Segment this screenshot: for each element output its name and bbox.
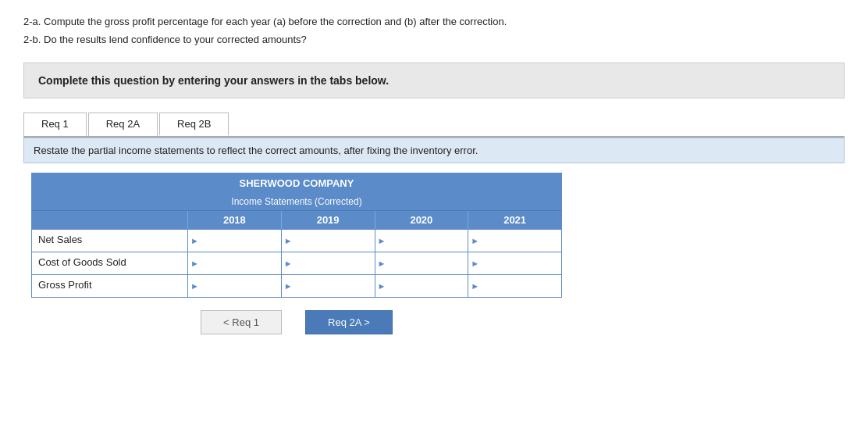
cell-cogs-2021[interactable]: ► xyxy=(468,252,561,274)
arrow-icon: ► xyxy=(284,259,293,268)
cell-gross-profit-2018[interactable]: ► xyxy=(188,275,282,297)
arrow-icon: ► xyxy=(378,259,386,268)
row-label-gross-profit: Gross Profit xyxy=(32,275,188,297)
instruction-line1: 2-a. Compute the gross profit percentage… xyxy=(23,14,845,30)
col-year-2021: 2021 xyxy=(468,211,561,229)
cell-net-sales-2019[interactable]: ► xyxy=(282,230,375,252)
table-row-cogs: Cost of Goods Sold ► ► ► ► xyxy=(32,252,561,274)
complete-box-text: Complete this question by entering your … xyxy=(38,74,389,87)
prev-button[interactable]: < Req 1 xyxy=(201,310,282,334)
cell-net-sales-2021[interactable]: ► xyxy=(468,230,561,252)
table-company: SHERWOOD COMPANY xyxy=(32,173,561,193)
income-table: SHERWOOD COMPANY Income Statements (Corr… xyxy=(31,173,562,298)
cell-cogs-2019[interactable]: ► xyxy=(282,252,375,274)
arrow-icon: ► xyxy=(378,281,386,291)
tabs-container: Req 1 Req 2A Req 2B xyxy=(23,113,845,138)
tab-req2b[interactable]: Req 2B xyxy=(159,113,229,136)
table-subtitle: Income Statements (Corrected) xyxy=(32,193,561,210)
col-year-2020: 2020 xyxy=(375,211,469,229)
arrow-icon: ► xyxy=(284,236,293,245)
cell-gross-profit-2021[interactable]: ► xyxy=(468,275,561,297)
bottom-nav: < Req 1 Req 2A > xyxy=(31,310,562,334)
restate-note: Restate the partial income statements to… xyxy=(23,138,845,163)
arrow-icon: ► xyxy=(378,236,386,245)
cell-net-sales-2020[interactable]: ► xyxy=(375,230,469,252)
arrow-icon: ► xyxy=(190,259,199,268)
complete-box: Complete this question by entering your … xyxy=(23,63,845,98)
arrow-icon: ► xyxy=(471,281,479,291)
instructions: 2-a. Compute the gross profit percentage… xyxy=(23,14,845,48)
col-label-empty xyxy=(32,211,188,229)
col-year-2018: 2018 xyxy=(188,211,282,229)
row-label-net-sales: Net Sales xyxy=(32,230,188,252)
tab-req1[interactable]: Req 1 xyxy=(23,113,87,136)
arrow-icon: ► xyxy=(471,236,479,245)
arrow-icon: ► xyxy=(190,281,199,291)
cell-gross-profit-2019[interactable]: ► xyxy=(282,275,375,297)
next-button[interactable]: Req 2A > xyxy=(305,310,393,334)
cell-cogs-2020[interactable]: ► xyxy=(375,252,469,274)
table-row-gross-profit: Gross Profit ► ► ► ► xyxy=(32,274,561,297)
cell-gross-profit-2020[interactable]: ► xyxy=(375,275,469,297)
row-label-cogs: Cost of Goods Sold xyxy=(32,252,188,274)
instruction-line2: 2-b. Do the results lend confidence to y… xyxy=(23,32,845,48)
col-year-2019: 2019 xyxy=(282,211,375,229)
arrow-icon: ► xyxy=(471,259,479,268)
cell-cogs-2018[interactable]: ► xyxy=(188,252,282,274)
table-row-net-sales: Net Sales ► ► ► ► xyxy=(32,229,561,252)
arrow-icon: ► xyxy=(190,236,199,245)
arrow-icon: ► xyxy=(284,281,293,291)
col-header-row: 2018 2019 2020 2021 xyxy=(32,210,561,229)
tab-req2a[interactable]: Req 2A xyxy=(88,113,158,136)
cell-net-sales-2018[interactable]: ► xyxy=(188,230,282,252)
